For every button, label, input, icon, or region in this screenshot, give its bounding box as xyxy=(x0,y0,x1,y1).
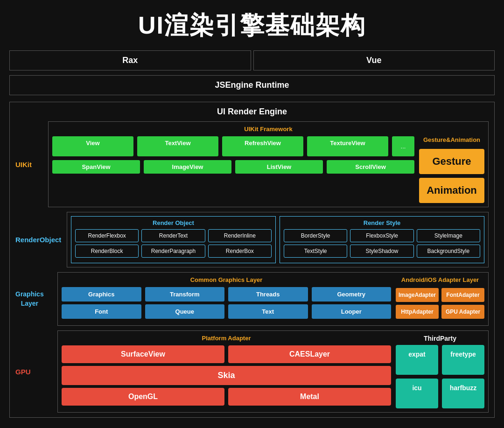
thirdparty-title: ThirdParty xyxy=(396,335,484,342)
skia-btn: Skia xyxy=(62,366,391,385)
animation-btn: Animation xyxy=(419,178,484,203)
metal-btn: Metal xyxy=(228,388,391,406)
dots-btn: ... xyxy=(392,136,414,156)
geometry-btn: Geometry xyxy=(312,287,392,302)
queue-btn: Queue xyxy=(145,304,225,319)
freetype-btn: freetype xyxy=(442,345,484,375)
harfbuzz-btn: harfbuzz xyxy=(442,379,484,408)
page-title: UI渲染引擎基础架构 xyxy=(9,9,495,42)
surfaceview-btn: SurfaceView xyxy=(62,345,224,363)
caeslayer-btn: CAESLayer xyxy=(228,345,391,363)
renderinline-btn: RenderInline xyxy=(208,229,272,242)
expat-btn: expat xyxy=(396,345,438,375)
looper-btn: Looper xyxy=(312,304,392,319)
httpadapter-btn: HttpAdapter xyxy=(396,305,439,319)
opengl-btn: OpenGL xyxy=(62,388,224,406)
textstyle-btn: TextStyle xyxy=(284,245,347,258)
imageadapter-btn: ImageAdapter xyxy=(396,288,439,302)
textview-btn: TextView xyxy=(137,136,218,156)
render-label: RenderObject xyxy=(15,212,62,267)
gpu-inner: Platform Adapter SurfaceView CAESLayer S… xyxy=(57,330,489,413)
borderstyle-btn: BorderStyle xyxy=(284,229,347,242)
gpu-label: GPU xyxy=(15,330,53,413)
common-graphics-title: Common Graphics Layer xyxy=(62,276,391,283)
transform-btn: Transform xyxy=(145,287,225,302)
fontadapter-btn: FontAdapter xyxy=(441,288,484,302)
renderflexbox-btn: RenderFlexbox xyxy=(75,229,139,242)
spanview-btn: SpanView xyxy=(52,160,140,174)
renderbox-btn: RenderBox xyxy=(208,245,272,258)
render-obj-title: Render Object xyxy=(75,219,272,226)
vue-box: Vue xyxy=(253,50,495,70)
engine-title: UI Render Engine xyxy=(15,107,489,117)
graphics-row: GraphicsLayer Common Graphics Layer Grap… xyxy=(15,272,489,326)
textureview-btn: TextureView xyxy=(307,136,388,156)
gesture-anim-title: Gesture&Animation xyxy=(419,136,484,143)
scrollview-btn: ScrollView xyxy=(327,160,414,174)
text-btn: Text xyxy=(228,304,308,319)
styleshadow-btn: StyleShadow xyxy=(350,245,413,258)
engine-section: UI Render Engine UIKit UIKit Framework V… xyxy=(9,102,495,418)
gesture-anim-col: Gesture&Animation Gesture Animation xyxy=(419,136,484,203)
render-row: RenderObject Render Object RenderFlexbox… xyxy=(15,212,489,267)
render-inner: Render Object RenderFlexbox RenderText R… xyxy=(67,212,489,267)
render-style-title: Render Style xyxy=(284,219,480,226)
listview-btn: ListView xyxy=(235,160,323,174)
renderparagraph-btn: RenderParagraph xyxy=(141,245,205,258)
gpu-row: GPU Platform Adapter SurfaceView CAESLay… xyxy=(15,330,489,413)
jsengine-row: JSEngine Runtime xyxy=(9,75,495,95)
uikit-row: UIKit UIKit Framework View TextView Refr… xyxy=(15,121,489,207)
rendertext-btn: RenderText xyxy=(141,229,205,242)
imageview-btn: ImageView xyxy=(144,160,231,174)
graphics-inner: Common Graphics Layer Graphics Transform… xyxy=(57,272,489,326)
graphics-btn: Graphics xyxy=(62,287,141,302)
render-style-col: Render Style BorderStyle FlexboxStyle St… xyxy=(280,216,484,263)
gpuadapter-btn: GPU Adapter xyxy=(441,305,484,319)
flexboxstyle-btn: FlexboxStyle xyxy=(350,229,413,242)
styleimage-btn: StyleImage xyxy=(417,229,480,242)
icu-btn: icu xyxy=(396,379,438,408)
rax-box: Rax xyxy=(9,50,251,70)
view-btn: View xyxy=(52,136,133,156)
graphics-label: GraphicsLayer xyxy=(15,272,53,326)
gesture-btn: Gesture xyxy=(419,149,484,174)
uikit-inner: UIKit Framework View TextView RefreshVie… xyxy=(48,121,489,207)
render-obj-col: Render Object RenderFlexbox RenderText R… xyxy=(71,216,276,263)
uikit-label: UIKit xyxy=(15,121,43,207)
platform-adapter-title: Platform Adapter xyxy=(62,335,391,342)
adapter-title: Android/iOS Adapter Layer xyxy=(396,276,484,283)
threads-btn: Threads xyxy=(228,287,308,302)
font-btn: Font xyxy=(62,304,141,319)
uikit-framework-title: UIKit Framework xyxy=(52,126,484,133)
thirdparty-col: ThirdParty expat freetype icu harfbuzz xyxy=(396,335,484,408)
backgroundstyle-btn: BackgroundStyle xyxy=(417,245,480,258)
adapter-col: Android/iOS Adapter Layer ImageAdapter F… xyxy=(396,276,484,322)
renderblock-btn: RenderBlock xyxy=(75,245,139,258)
refreshview-btn: RefreshView xyxy=(222,136,303,156)
